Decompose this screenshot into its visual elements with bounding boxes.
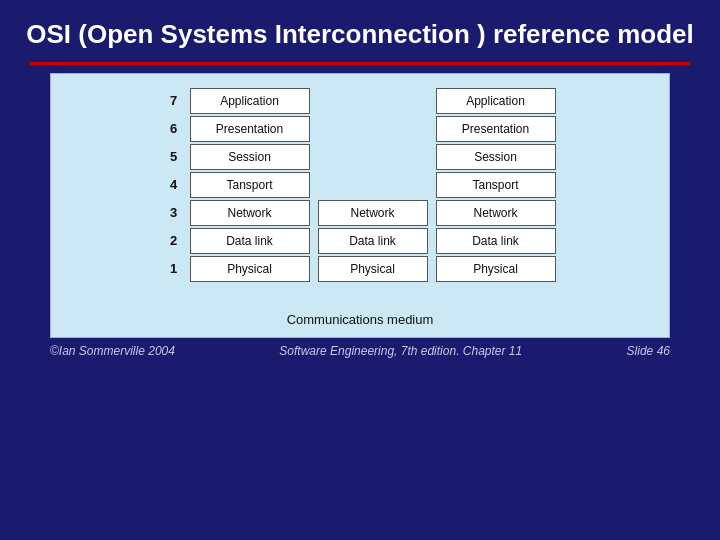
num-6: 6 bbox=[165, 116, 183, 142]
left-network: Network bbox=[190, 200, 310, 226]
right-stack: Application Presentation Session Tanspor… bbox=[436, 88, 556, 282]
mid-network: Network bbox=[318, 200, 428, 226]
title-text: OSI (Open Systems Interconnection ) refe… bbox=[26, 19, 694, 49]
left-presentation: Presentation bbox=[190, 116, 310, 142]
left-application: Application bbox=[190, 88, 310, 114]
left-session: Session bbox=[190, 144, 310, 170]
num-4: 4 bbox=[165, 172, 183, 198]
num-5: 5 bbox=[165, 144, 183, 170]
right-network: Network bbox=[436, 200, 556, 226]
mid-physical: Physical bbox=[318, 256, 428, 282]
left-transport: Tansport bbox=[190, 172, 310, 198]
left-stack: Application Presentation Session Tanspor… bbox=[190, 88, 310, 282]
osi-diagram: 7 6 5 4 3 2 1 Application Presentation S… bbox=[50, 73, 670, 338]
num-7: 7 bbox=[165, 88, 183, 114]
mid-datalink: Data link bbox=[318, 228, 428, 254]
right-session: Session bbox=[436, 144, 556, 170]
footer-slide: Slide 46 bbox=[627, 344, 670, 358]
right-transport: Tansport bbox=[436, 172, 556, 198]
left-datalink: Data link bbox=[190, 228, 310, 254]
mid-stack: Network Data link Physical bbox=[318, 86, 428, 282]
num-2: 2 bbox=[165, 228, 183, 254]
footer-copyright: ©Ian Sommerville 2004 bbox=[50, 344, 175, 358]
red-divider bbox=[30, 62, 690, 65]
num-3: 3 bbox=[165, 200, 183, 226]
slide-header: OSI (Open Systems Interconnection ) refe… bbox=[0, 0, 720, 62]
communications-medium: Communications medium bbox=[61, 312, 659, 327]
right-physical: Physical bbox=[436, 256, 556, 282]
num-1: 1 bbox=[165, 256, 183, 282]
right-presentation: Presentation bbox=[436, 116, 556, 142]
footer-title: Software Engineering, 7th edition. Chapt… bbox=[279, 344, 522, 358]
right-datalink: Data link bbox=[436, 228, 556, 254]
slide-footer: ©Ian Sommerville 2004 Software Engineeri… bbox=[0, 338, 720, 358]
left-physical: Physical bbox=[190, 256, 310, 282]
layer-numbers: 7 6 5 4 3 2 1 bbox=[165, 88, 187, 282]
right-application: Application bbox=[436, 88, 556, 114]
